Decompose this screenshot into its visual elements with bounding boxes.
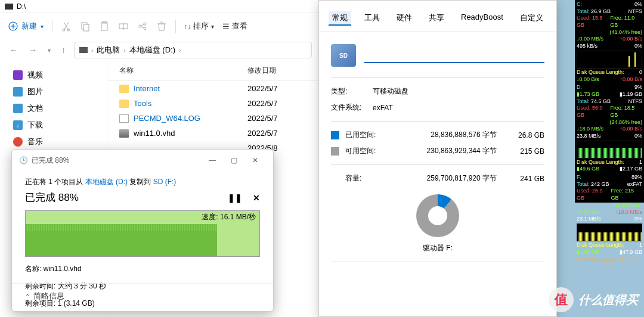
dialog-title: 已完成 88% (32, 156, 69, 166)
sd-card-icon: SD (331, 44, 356, 67)
used-color-icon (331, 131, 339, 139)
file-row[interactable]: win11.0.vhd2022/5/7 (107, 126, 319, 141)
properties-window: 常规 工具 硬件 共享 ReadyBoost 自定义 SD 类型:可移动磁盘 文… (318, 0, 557, 317)
sidebar-item-pictures[interactable]: 图片 (0, 83, 107, 100)
tab-hardware[interactable]: 硬件 (393, 11, 416, 26)
volume-label-input[interactable] (364, 48, 544, 63)
nav-row: ← → ▾ ↑ › 此电脑 › 本地磁盘 (D:) › (0, 39, 319, 61)
share-icon[interactable] (137, 21, 148, 32)
sidebar-item-documents[interactable]: 文档 (0, 100, 107, 117)
mon-graph-c (577, 51, 642, 69)
sort-button[interactable]: ↑↓ 排序 ▾ (184, 21, 214, 32)
disk-monitor-panel: C:0% Total: 26.9 GBNTFS Used: 15.8 GBFre… (575, 0, 644, 203)
up-button[interactable]: ↑ (59, 44, 68, 56)
file-row[interactable]: Tools2022/5/7 (107, 96, 319, 111)
text-file-icon (119, 114, 129, 123)
fs-value: exFAT (373, 104, 393, 112)
pause-button[interactable]: ❚❚ (228, 193, 242, 203)
sidebar-item-music[interactable]: 音乐 (0, 133, 107, 150)
back-button[interactable]: ← (7, 44, 20, 56)
usage-donut-chart (416, 194, 459, 237)
documents-icon (13, 104, 23, 113)
tab-readyboost[interactable]: ReadyBoost (457, 11, 507, 26)
maximize-button[interactable]: ▢ (223, 153, 244, 167)
window-title: D:\ (17, 2, 26, 11)
music-icon (13, 137, 23, 147)
explorer-toolbar: 新建 ▾ ↑↓ 排序 ▾ ☰ 查看 (0, 13, 319, 39)
crumb-drive[interactable]: 本地磁盘 (D:) (129, 45, 175, 55)
clock-icon: 🕒 (19, 156, 28, 164)
new-button[interactable]: 新建 ▾ (8, 21, 44, 32)
folder-icon (119, 100, 129, 108)
sidebar-item-downloads[interactable]: ↓下载 (0, 117, 107, 133)
tab-general[interactable]: 常规 (329, 11, 351, 26)
sidebar-item-videos[interactable]: 视频 (0, 67, 107, 83)
history-dropdown[interactable]: ▾ (45, 46, 53, 55)
svg-rect-4 (83, 24, 89, 31)
crumb-this-pc[interactable]: 此电脑 (97, 45, 120, 55)
copy-progress-dialog: 🕒 已完成 88% — ▢ ✕ 正在将 1 个项目从 本地磁盘 (D:) 复制到… (11, 149, 274, 312)
watermark-logo-icon: 值 (549, 287, 574, 312)
copy-description: 正在将 1 个项目从 本地磁盘 (D:) 复制到 SD (F:) (25, 177, 260, 187)
capacity-bytes: 259,700,817,920 字节 (393, 173, 509, 184)
svg-rect-5 (101, 23, 107, 30)
folder-icon (119, 85, 129, 93)
downloads-icon: ↓ (13, 120, 23, 130)
forward-button[interactable]: → (26, 44, 39, 56)
plus-circle-icon (8, 21, 18, 31)
mon-graph-d (577, 141, 642, 158)
speed-chart: 速度: 16.1 MB/秒 (25, 210, 260, 257)
copy-filename: 名称: win11.0.vhd (25, 264, 260, 274)
drive-icon (5, 4, 13, 10)
file-row[interactable]: PECMD_W64.LOG2022/5/7 (107, 111, 319, 126)
close-button[interactable]: ✕ (244, 153, 266, 167)
videos-icon (13, 70, 23, 80)
tab-tools[interactable]: 工具 (361, 11, 383, 26)
file-row[interactable]: Internet2022/5/7 (107, 81, 319, 96)
type-value: 可移动磁盘 (373, 86, 408, 97)
drive-label: 驱动器 F: (331, 243, 544, 253)
view-button[interactable]: ☰ 查看 (222, 21, 247, 32)
paste-icon[interactable] (99, 21, 110, 32)
explorer-title-bar: D:\ (0, 0, 319, 13)
minimize-button[interactable]: — (202, 153, 223, 167)
simple-info-toggle[interactable]: ⌃ 简略信息 (12, 283, 273, 309)
breadcrumb[interactable]: › 此电脑 › 本地磁盘 (D:) › (74, 42, 312, 58)
used-bytes: 28,836,888,576 字节 (393, 130, 509, 140)
used-gb: 26.8 GB (509, 131, 544, 139)
cancel-button[interactable]: ✕ (253, 193, 260, 203)
tabs: 常规 工具 硬件 共享 ReadyBoost 自定义 (319, 5, 556, 32)
cut-icon[interactable] (61, 21, 72, 32)
delete-icon[interactable] (156, 21, 167, 32)
copy-icon[interactable] (80, 21, 91, 32)
list-header[interactable]: 名称 修改日期 (107, 61, 319, 81)
mon-graph-f (577, 223, 642, 241)
rename-icon[interactable] (118, 21, 129, 32)
free-color-icon (331, 147, 339, 156)
free-bytes: 230,863,929,344 字节 (393, 146, 509, 156)
capacity-gb: 241 GB (509, 175, 544, 183)
pictures-icon (13, 87, 23, 97)
watermark: 值 什么值得买 (549, 287, 638, 312)
tab-customize[interactable]: 自定义 (516, 11, 547, 26)
drive-icon (79, 47, 88, 53)
free-gb: 215 GB (509, 147, 544, 156)
progress-text: 已完成 88% (25, 191, 79, 204)
disk-file-icon (119, 129, 129, 138)
monitor-footer: © 2021 by Igogo #1 v16.9 (577, 257, 638, 264)
tab-sharing[interactable]: 共享 (425, 11, 448, 26)
svg-point-8 (139, 25, 141, 27)
